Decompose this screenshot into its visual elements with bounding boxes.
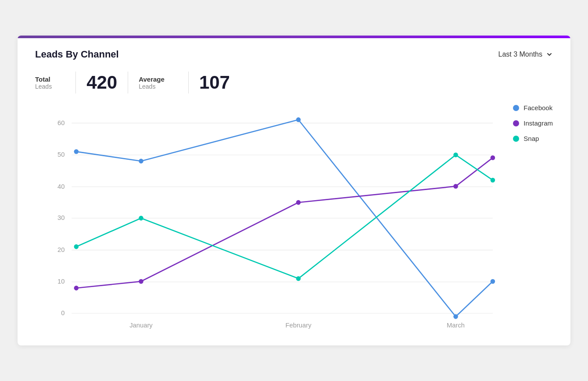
average-label: Average [139, 75, 165, 83]
average-leads-block: Average Leads [139, 75, 178, 90]
svg-text:10: 10 [57, 277, 65, 285]
chevron-down-icon [546, 51, 553, 58]
dashboard-card: Leads By Channel Last 3 Months Total Lea… [18, 36, 570, 345]
line-chart: 60 50 40 30 20 10 0 January February Mar… [44, 104, 553, 332]
stat-divider-1 [75, 72, 76, 93]
stats-row: Total Leads 420 Average Leads 107 [18, 67, 570, 104]
svg-text:30: 30 [57, 214, 65, 221]
stat-divider-3 [188, 72, 189, 93]
facebook-dot-3 [453, 314, 458, 319]
instagram-dot-3 [453, 184, 458, 189]
date-filter-button[interactable]: Last 3 Months [498, 50, 553, 58]
svg-text:20: 20 [57, 246, 65, 253]
facebook-dot-2 [296, 117, 301, 122]
total-leads-block: Total Leads [35, 75, 65, 90]
total-value: 420 [86, 72, 117, 93]
instagram-line [76, 158, 493, 288]
svg-text:40: 40 [57, 183, 65, 190]
card-header: Leads By Channel Last 3 Months [18, 38, 570, 67]
snap-dot-4 [491, 178, 495, 183]
facebook-dot-1 [139, 159, 143, 164]
instagram-dot-0 [74, 286, 79, 291]
facebook-dot-0 [74, 149, 79, 154]
instagram-dot-1 [139, 279, 143, 284]
instagram-dot-2 [296, 200, 301, 205]
total-label: Total [35, 75, 52, 83]
svg-text:60: 60 [57, 119, 65, 126]
chart-area: 60 50 40 30 20 10 0 January February Mar… [18, 104, 570, 332]
legend-label-instagram: Instagram [523, 119, 553, 127]
average-value: 107 [199, 72, 230, 93]
snap-dot-2 [296, 276, 301, 281]
page-title: Leads By Channel [35, 49, 119, 60]
instagram-dot-4 [491, 155, 495, 160]
legend-label-facebook: Facebook [523, 104, 552, 111]
legend-item-facebook: Facebook [513, 104, 553, 111]
snap-dot-0 [74, 244, 79, 249]
legend-item-snap: Snap [513, 135, 553, 142]
chart-legend: Facebook Instagram Snap [513, 104, 553, 142]
svg-text:January: January [129, 321, 153, 329]
snap-dot-1 [139, 216, 143, 221]
facebook-dot-4 [491, 279, 495, 284]
snap-dot-3 [453, 153, 458, 158]
svg-text:March: March [447, 321, 465, 329]
legend-item-instagram: Instagram [513, 119, 553, 127]
legend-label-snap: Snap [523, 135, 539, 142]
svg-text:0: 0 [61, 309, 65, 316]
total-sublabel: Leads [35, 83, 52, 90]
svg-text:50: 50 [57, 151, 65, 158]
snap-line [76, 155, 493, 279]
date-filter-label: Last 3 Months [498, 50, 543, 58]
legend-dot-instagram [513, 120, 519, 126]
svg-text:February: February [285, 321, 312, 329]
average-sublabel: Leads [139, 83, 165, 90]
stat-divider-2 [128, 72, 128, 93]
chart-container: 60 50 40 30 20 10 0 January February Mar… [44, 104, 553, 332]
legend-dot-snap [513, 136, 519, 142]
legend-dot-facebook [513, 105, 519, 111]
